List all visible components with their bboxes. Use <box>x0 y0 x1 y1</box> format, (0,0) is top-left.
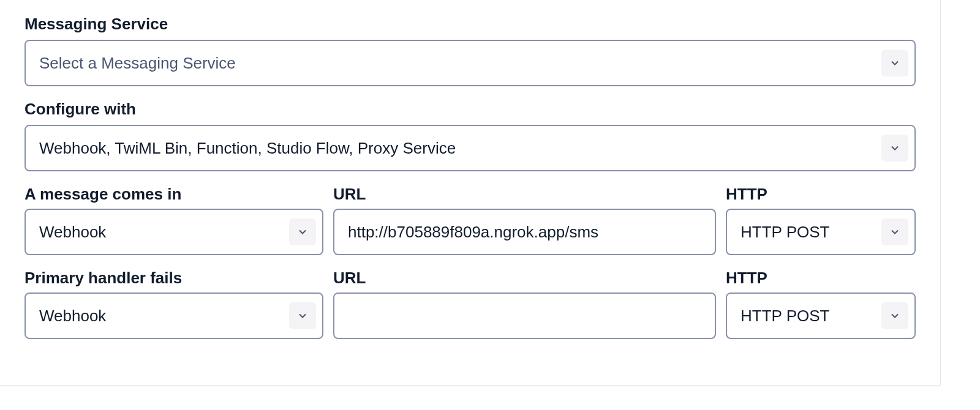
chevron-down-icon <box>881 302 908 329</box>
primary-fails-handler-label: Primary handler fails <box>24 269 323 288</box>
configure-with-value: Webhook, TwiML Bin, Function, Studio Flo… <box>39 139 456 158</box>
chevron-down-icon <box>289 302 316 329</box>
configure-with-field: Configure with Webhook, TwiML Bin, Funct… <box>24 100 916 171</box>
message-handler-value: Webhook <box>39 223 106 242</box>
chevron-down-icon <box>881 50 908 76</box>
message-url-col: URL <box>333 185 716 255</box>
messaging-config-panel: Messaging Service Select a Messaging Ser… <box>0 0 941 386</box>
chevron-down-icon <box>881 218 908 245</box>
message-comes-in-row: A message comes in Webhook URL HTTP HTTP… <box>24 185 916 255</box>
chevron-down-icon <box>289 218 316 245</box>
message-http-col: HTTP HTTP POST <box>726 185 916 255</box>
message-handler-select[interactable]: Webhook <box>24 209 323 255</box>
primary-fails-handler-select[interactable]: Webhook <box>24 293 323 339</box>
primary-fails-url-col: URL <box>333 269 716 339</box>
primary-fails-http-col: HTTP HTTP POST <box>726 269 916 339</box>
message-handler-label: A message comes in <box>24 185 323 204</box>
configure-with-label: Configure with <box>24 100 916 119</box>
messaging-service-field: Messaging Service Select a Messaging Ser… <box>24 15 916 86</box>
primary-fails-url-input[interactable] <box>333 293 716 339</box>
configure-with-select[interactable]: Webhook, TwiML Bin, Function, Studio Flo… <box>24 125 916 171</box>
messaging-service-value: Select a Messaging Service <box>39 54 236 73</box>
primary-fails-url-label: URL <box>333 269 716 288</box>
chevron-down-icon <box>881 135 908 162</box>
message-http-select[interactable]: HTTP POST <box>726 209 916 255</box>
primary-fails-http-value: HTTP POST <box>741 307 829 326</box>
message-url-label: URL <box>333 185 716 204</box>
message-handler-col: A message comes in Webhook <box>24 185 323 255</box>
primary-fails-http-select[interactable]: HTTP POST <box>726 293 916 339</box>
messaging-service-label: Messaging Service <box>24 15 916 34</box>
message-http-value: HTTP POST <box>741 223 829 242</box>
primary-fails-http-label: HTTP <box>726 269 916 288</box>
message-url-input[interactable] <box>333 209 716 255</box>
message-http-label: HTTP <box>726 185 916 204</box>
primary-fails-handler-value: Webhook <box>39 307 106 326</box>
messaging-service-select[interactable]: Select a Messaging Service <box>24 40 916 86</box>
primary-fails-row: Primary handler fails Webhook URL HTTP H… <box>24 269 916 339</box>
primary-fails-handler-col: Primary handler fails Webhook <box>24 269 323 339</box>
